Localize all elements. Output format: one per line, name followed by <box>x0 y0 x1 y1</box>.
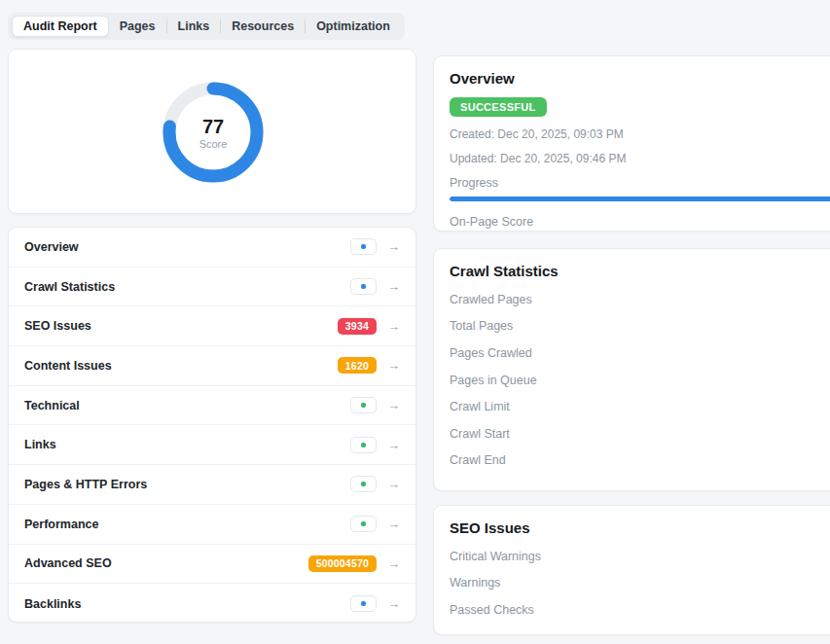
sidebar-item-label: Performance <box>24 518 98 531</box>
tab-links[interactable]: Links <box>167 16 221 37</box>
stat-label: Total Pages <box>450 319 513 333</box>
status-pill <box>350 278 377 295</box>
stat-row-warnings: Warnings <box>450 570 830 597</box>
sidebar-item-content-issues[interactable]: Content Issues 1620 → <box>9 346 415 386</box>
stat-row-crawled-pages: Crawled Pages <box>450 286 830 313</box>
sidebar-item-label: SEO Issues <box>24 319 91 333</box>
count-badge: 3934 <box>338 318 377 335</box>
created-text: Created: Dec 20, 2025, 09:03 PM <box>450 127 830 141</box>
sidebar-item-technical[interactable]: Technical → <box>9 386 415 426</box>
status-dot <box>361 443 366 447</box>
sidebar-item-links[interactable]: Links → <box>9 425 415 465</box>
sidebar-item-label: Backlinks <box>24 597 81 611</box>
score-gauge: 77 Score <box>155 74 271 191</box>
sidebar-item-label: Pages & HTTP Errors <box>24 478 147 491</box>
row-meta: → <box>350 516 400 532</box>
arrow-right-icon[interactable]: → <box>387 557 400 570</box>
status-dot <box>361 521 366 526</box>
crawl-statistics-title: Crawl Statistics <box>450 263 830 279</box>
row-meta: → <box>350 238 400 255</box>
arrow-right-icon[interactable]: → <box>387 280 400 293</box>
row-meta: 500004570 → <box>308 555 400 572</box>
stat-row-pages-crawled: Pages Crawled <box>450 340 830 367</box>
progress-bar-track <box>450 197 830 201</box>
status-dot <box>361 284 366 289</box>
status-badge: SUCCESSFUL <box>450 97 547 117</box>
stat-label: Crawled Pages <box>450 293 532 306</box>
stat-label: Warnings <box>450 576 500 590</box>
updated-text: Updated: Dec 20, 2025, 09:46 PM <box>450 152 830 165</box>
row-meta: → <box>350 278 400 295</box>
row-meta: → <box>350 397 400 413</box>
arrow-right-icon[interactable]: → <box>387 597 400 610</box>
stat-label: Pages Crawled <box>450 346 532 360</box>
sidebar-item-overview[interactable]: Overview → <box>9 228 415 268</box>
crawl-statistics-panel: Crawl Statistics Crawled Pages Total Pag… <box>433 248 830 491</box>
onpage-score-label: On-Page Score <box>450 215 830 229</box>
stat-row-crawl-start: Crawl Start <box>450 420 830 447</box>
score-value: 77 <box>202 116 224 137</box>
sidebar-item-label: Technical <box>24 399 80 412</box>
status-dot <box>361 482 366 486</box>
sidebar-item-advanced-seo[interactable]: Advanced SEO 500004570 → <box>9 545 415 585</box>
row-meta: 3934 → <box>338 318 400 335</box>
tab-bar: Audit Report Pages Links Resources Optim… <box>8 13 405 40</box>
arrow-right-icon[interactable]: → <box>387 240 400 253</box>
sidebar-item-label: Crawl Statistics <box>24 280 115 294</box>
stat-row-crawl-end: Crawl End <box>450 447 830 475</box>
arrow-right-icon[interactable]: → <box>387 478 400 490</box>
row-meta: → <box>350 437 400 453</box>
tab-pages[interactable]: Pages <box>109 16 166 37</box>
stat-label: Crawl Start <box>450 427 510 441</box>
row-meta: → <box>350 476 400 492</box>
tab-resources[interactable]: Resources <box>221 16 305 37</box>
status-dot <box>361 403 366 408</box>
score-label: Score <box>199 138 228 150</box>
tab-audit-report[interactable]: Audit Report <box>12 16 109 37</box>
sidebar-item-label: Content Issues <box>24 359 112 373</box>
stat-row-total-pages: Total Pages <box>450 313 830 340</box>
status-pill <box>350 595 377 612</box>
status-pill <box>350 397 377 413</box>
row-meta: 1620 → <box>338 357 400 374</box>
status-pill <box>350 516 377 532</box>
report-section-list: Overview → Crawl Statistics → SEO Issues… <box>8 227 416 623</box>
stat-label: Crawl Limit <box>450 400 510 413</box>
arrow-right-icon[interactable]: → <box>387 518 400 530</box>
progress-bar-fill <box>450 197 830 201</box>
status-dot <box>361 244 366 249</box>
sidebar-item-backlinks[interactable]: Backlinks → <box>9 584 415 623</box>
score-card: 77 Score <box>8 49 416 214</box>
arrow-right-icon[interactable]: → <box>387 359 400 372</box>
score-gauge-center: 77 Score <box>155 74 271 191</box>
status-dot <box>361 601 366 606</box>
arrow-right-icon[interactable]: → <box>387 439 400 451</box>
status-pill <box>350 476 377 492</box>
arrow-right-icon[interactable]: → <box>387 320 400 333</box>
tab-optimization[interactable]: Optimization <box>306 16 401 37</box>
progress-label: Progress <box>450 176 830 190</box>
sidebar-item-crawl-statistics[interactable]: Crawl Statistics → <box>9 268 415 307</box>
sidebar-item-label: Links <box>24 438 56 451</box>
count-badge: 500004570 <box>308 555 377 572</box>
status-pill <box>350 238 377 255</box>
stat-row-critical-warnings: Critical Warnings <box>450 543 830 570</box>
sidebar-item-performance[interactable]: Performance → <box>9 505 415 545</box>
stat-row-passed-checks: Passed Checks <box>450 596 830 624</box>
row-meta: → <box>350 595 400 612</box>
sidebar-item-label: Advanced SEO <box>24 556 112 570</box>
sidebar-item-seo-issues[interactable]: SEO Issues 3934 → <box>9 306 415 346</box>
stat-label: Critical Warnings <box>450 550 541 563</box>
stat-label: Crawl End <box>450 453 506 467</box>
count-badge: 1620 <box>338 357 377 374</box>
sidebar-item-pages-http-errors[interactable]: Pages & HTTP Errors → <box>9 465 415 505</box>
stat-row-pages-in-queue: Pages in Queue <box>450 367 830 394</box>
seo-issues-title: SEO Issues <box>450 519 830 536</box>
status-pill <box>350 437 377 453</box>
arrow-right-icon[interactable]: → <box>387 399 400 411</box>
seo-issues-panel: SEO Issues Critical Warnings Warnings Pa… <box>433 505 830 635</box>
stat-row-crawl-limit: Crawl Limit <box>450 393 830 420</box>
sidebar-item-label: Overview <box>24 240 79 254</box>
overview-panel-title: Overview <box>450 70 830 87</box>
overview-panel: Overview SUCCESSFUL Created: Dec 20, 202… <box>433 55 830 232</box>
